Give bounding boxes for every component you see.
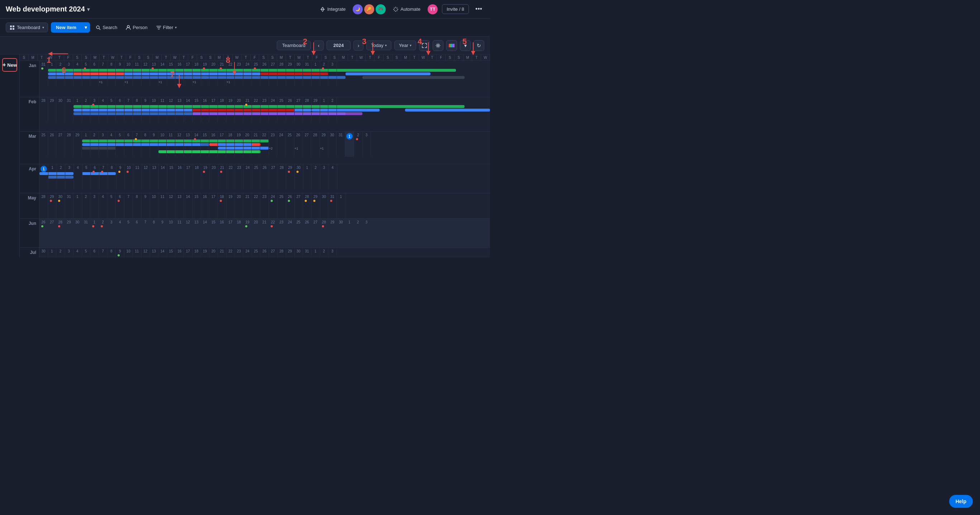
day-header-s4: S bbox=[135, 54, 144, 61]
next-year-button[interactable]: › bbox=[353, 40, 363, 51]
day-header-t6: T bbox=[180, 54, 189, 61]
day-header-s9: S bbox=[268, 54, 277, 61]
feb-d28: 28 bbox=[40, 97, 48, 122]
settings-button[interactable] bbox=[433, 40, 444, 51]
jul-aug2: 2 bbox=[320, 248, 329, 257]
jun-d13: 13 bbox=[192, 219, 201, 244]
more-options-button[interactable]: ••• bbox=[473, 4, 484, 14]
today-label: Today bbox=[371, 43, 383, 48]
jan-d2: 2 bbox=[56, 61, 65, 86]
may-jun1: 1 bbox=[337, 193, 345, 218]
fullscreen-button[interactable] bbox=[419, 40, 430, 51]
calendar-grid-wrapper[interactable]: S M T W T F S S M T W T F S S M T W T F bbox=[20, 54, 490, 257]
jul-d1: 1 bbox=[48, 248, 57, 257]
jul-aug3: 3 bbox=[328, 248, 337, 257]
jan-d15: 15 bbox=[167, 61, 176, 86]
jun-d4: 4 bbox=[116, 219, 124, 244]
month-days-jul[interactable]: 30 1 2 3 4 5 6 7 8 9 10 11 12 13 bbox=[40, 248, 490, 257]
mar-d23: 23 bbox=[269, 132, 277, 157]
day-header-s7: S bbox=[206, 54, 215, 61]
jul-d13: 13 bbox=[150, 248, 158, 257]
feb-d11: 11 bbox=[158, 97, 167, 122]
day-header-s5: S bbox=[144, 54, 153, 61]
person-button[interactable]: Person bbox=[123, 23, 150, 32]
fullscreen-icon bbox=[422, 43, 427, 48]
jun-d7: 7 bbox=[142, 219, 150, 244]
jul-d2: 2 bbox=[56, 248, 65, 257]
month-days-mar[interactable]: 25 26 27 28 29 1 2 3 4 5 6 7 8 9 bbox=[40, 132, 490, 164]
may-d8: 8 bbox=[133, 193, 142, 218]
day-header-s13: S bbox=[393, 54, 401, 61]
color-palette-button[interactable] bbox=[446, 40, 457, 51]
new-button[interactable]: + New bbox=[2, 58, 17, 72]
calendar-grid: S M T W T F S S M T W T F S S M T W T F bbox=[20, 54, 490, 257]
project-title[interactable]: Web development 2024 ▾ bbox=[6, 5, 90, 13]
integrate-button[interactable]: Integrate bbox=[317, 5, 348, 14]
mar-d30: 30 bbox=[328, 132, 337, 157]
new-item-button[interactable]: New item ▾ bbox=[51, 22, 90, 33]
jul-d10: 10 bbox=[124, 248, 133, 257]
jun-d17: 17 bbox=[226, 219, 235, 244]
jun-d24: 24 bbox=[286, 219, 294, 244]
mar-d28: 28 bbox=[65, 132, 73, 157]
jul-d5: 5 bbox=[82, 248, 91, 257]
feb-d20: 20 bbox=[235, 97, 243, 122]
month-days-jun[interactable]: 26 27 28 29 30 31 1 2 3 4 5 6 7 8 bbox=[40, 219, 490, 247]
jul-d28: 28 bbox=[277, 248, 286, 257]
filter-button[interactable]: Filter ▾ bbox=[153, 23, 180, 32]
jul-d3: 3 bbox=[65, 248, 73, 257]
jan-d21: 21 bbox=[218, 61, 226, 86]
feb-d16: 16 bbox=[201, 97, 210, 122]
search-button[interactable]: Search bbox=[93, 23, 120, 32]
teamboard-select[interactable]: Teamboard ▾ bbox=[6, 22, 48, 32]
invite-button[interactable]: Invite / 8 bbox=[442, 4, 469, 14]
jun-d29: 29 bbox=[65, 219, 73, 244]
month-label-jul: Jul bbox=[20, 248, 40, 257]
settings-icon bbox=[436, 43, 441, 48]
integrate-label: Integrate bbox=[327, 6, 345, 12]
automate-button[interactable]: Automate bbox=[390, 5, 423, 14]
mar-d29b: 29 bbox=[320, 132, 328, 157]
user-avatar[interactable]: TT bbox=[428, 4, 438, 14]
refresh-button[interactable]: ↻ bbox=[474, 40, 484, 51]
mar-d25b: 25 bbox=[286, 132, 294, 157]
mar-d4: 4 bbox=[108, 132, 116, 157]
nav-right: Integrate 🌙 🔑 🎮 Automate TT Invite / 8 •… bbox=[317, 4, 484, 14]
day-header-t9: T bbox=[286, 54, 295, 61]
day-header-m2: M bbox=[91, 54, 100, 61]
jul-d31: 31 bbox=[303, 248, 312, 257]
apr-may4: 4 bbox=[329, 164, 337, 189]
feb-d27: 27 bbox=[294, 97, 303, 122]
view-selector[interactable]: Year ▾ bbox=[394, 40, 416, 50]
prev-year-button[interactable]: ‹ bbox=[313, 40, 324, 51]
today-button[interactable]: Today ▾ bbox=[366, 40, 391, 50]
day-header-f6: F bbox=[375, 54, 383, 61]
apr-may3: 3 bbox=[320, 164, 329, 189]
mar-d27: 27 bbox=[56, 132, 65, 157]
may-d29b: 29 bbox=[312, 193, 320, 218]
day-header-f5: F bbox=[313, 54, 321, 61]
mar-d18: 18 bbox=[226, 132, 235, 157]
month-days-apr[interactable]: 1 1 2 3 4 5 6 7 8 9 10 11 12 13 bbox=[40, 164, 490, 193]
jul-d21: 21 bbox=[218, 248, 226, 257]
month-days-feb[interactable]: 28 29 30 31 1 2 3 4 5 6 7 8 9 10 bbox=[40, 97, 490, 131]
jun-d22: 22 bbox=[269, 219, 277, 244]
jan-d18: 18 bbox=[192, 61, 201, 86]
jun-d25: 25 bbox=[294, 219, 303, 244]
may-d28b: 28 bbox=[303, 193, 312, 218]
jan-d30: 30 bbox=[294, 61, 303, 86]
day-header-f7: F bbox=[437, 54, 445, 61]
day-header-t5: T bbox=[162, 54, 170, 61]
dropdown-button[interactable]: ▾ bbox=[460, 40, 471, 51]
jul-d19: 19 bbox=[201, 248, 210, 257]
mar-d26: 26 bbox=[48, 132, 57, 157]
month-days-jan[interactable]: 31 1 2 3 4 5 6 7 8 9 10 11 12 13 bbox=[40, 61, 490, 97]
jun-d14: 14 bbox=[201, 219, 210, 244]
apr-d25: 25 bbox=[252, 164, 261, 189]
day-header-t4: T bbox=[117, 54, 126, 61]
feb-d18: 18 bbox=[218, 97, 226, 122]
mar-d26b: 26 bbox=[294, 132, 303, 157]
person-label: Person bbox=[133, 25, 147, 30]
month-days-may[interactable]: 28 29 30 31 1 2 3 4 5 6 7 8 9 10 bbox=[40, 193, 490, 218]
may-d28: 28 bbox=[40, 193, 48, 218]
